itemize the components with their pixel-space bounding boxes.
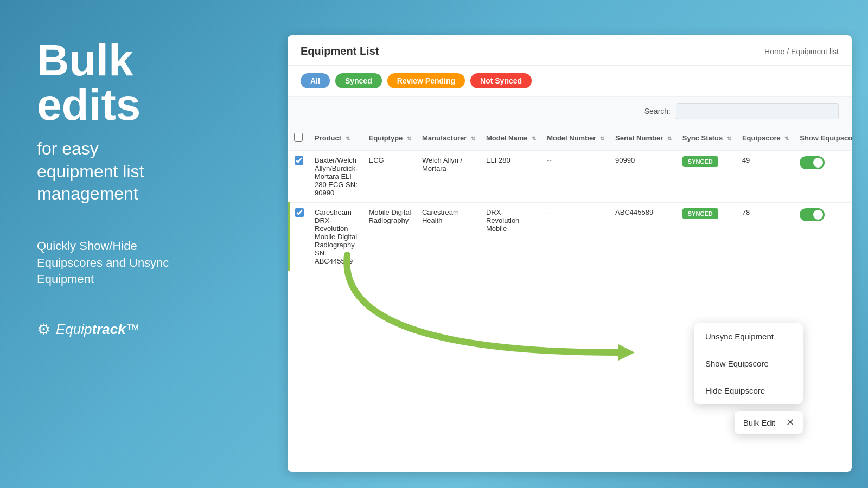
search-bar: Search: (288, 97, 852, 126)
row2-show-equipscore (794, 203, 852, 271)
row1-show-equipscore (794, 150, 852, 203)
sort-equipscore-icon[interactable]: ⇅ (784, 136, 789, 142)
row2-manufacturer: Carestream Health (417, 203, 481, 271)
col-equipscore: Equipscore ⇅ (737, 126, 794, 150)
breadcrumb-separator: / (787, 47, 791, 56)
breadcrumb: Home / Equipment list (764, 47, 839, 56)
row1-sync-status: SYNCED (677, 150, 737, 203)
sort-model-number-icon[interactable]: ⇅ (600, 136, 604, 142)
description: Quickly Show/HideEquipscores and UnsyncE… (37, 238, 254, 288)
row1-product: Baxter/Welch Allyn/Burdick-Mortara ELI 2… (309, 150, 363, 203)
row1-equipscore: 49 (737, 150, 794, 203)
row2-checkbox[interactable] (295, 208, 304, 217)
row1-serial-number: 90990 (610, 150, 677, 203)
table-container: Product ⇅ Equiptype ⇅ Manufacturer ⇅ Mod… (288, 126, 852, 271)
equipment-table: Product ⇅ Equiptype ⇅ Manufacturer ⇅ Mod… (288, 126, 852, 271)
sort-model-name-icon[interactable]: ⇅ (532, 136, 536, 142)
row2-synced-badge: SYNCED (682, 208, 718, 219)
row1-model-name: ELI 280 (481, 150, 541, 203)
row1-checkbox[interactable] (295, 156, 303, 165)
row2-model-number: -- (541, 203, 610, 271)
sort-sync-icon[interactable]: ⇅ (727, 136, 731, 142)
row2-serial-number: ABC445589 (610, 203, 677, 271)
brand-name: Equiptrack™ (56, 321, 140, 338)
table-row: Baxter/Welch Allyn/Burdick-Mortara ELI 2… (289, 150, 852, 203)
filter-synced-button[interactable]: Synced (335, 73, 382, 88)
row1-equiptype: ECG (363, 150, 416, 203)
dropdown-hide-equipscore-item[interactable]: Hide Equipscore (694, 377, 803, 404)
col-manufacturer: Manufacturer ⇅ (417, 126, 481, 150)
filter-not-synced-button[interactable]: Not Synced (470, 73, 532, 88)
row2-sync-status: SYNCED (677, 203, 737, 271)
col-product: Product ⇅ (309, 126, 363, 150)
brand: ⚙ Equiptrack™ (37, 320, 254, 338)
heading: Bulk edits (37, 38, 254, 127)
panel-header: Equipment List Home / Equipment list (288, 35, 852, 66)
row2-toggle[interactable] (800, 208, 825, 221)
col-equiptype: Equiptype ⇅ (363, 126, 416, 150)
sort-product-icon[interactable]: ⇅ (346, 136, 350, 142)
bulk-edit-bar: Bulk Edit ✕ (735, 411, 803, 434)
col-model-number: Model Number ⇅ (541, 126, 610, 150)
sort-manufacturer-icon[interactable]: ⇅ (471, 136, 475, 142)
main-panel: Equipment List Home / Equipment list All… (288, 35, 852, 472)
dropdown-show-equipscore-item[interactable]: Show Equipscore (694, 350, 803, 377)
row1-model-number: -- (541, 150, 610, 203)
sort-serial-icon[interactable]: ⇅ (667, 136, 672, 142)
row2-equipscore: 78 (737, 203, 794, 271)
filter-bar: All Synced Review Pending Not Synced (288, 66, 852, 97)
brand-logo-icon: ⚙ (37, 320, 50, 338)
left-panel: Bulk edits for easyequipment listmanagem… (37, 38, 254, 338)
bulk-edit-close-button[interactable]: ✕ (786, 416, 794, 428)
filter-review-button[interactable]: Review Pending (387, 73, 465, 88)
table-header-row: Product ⇅ Equiptype ⇅ Manufacturer ⇅ Mod… (289, 126, 852, 150)
row1-manufacturer: Welch Allyn / Mortara (417, 150, 481, 203)
row2-checkbox-cell (289, 203, 309, 271)
row1-synced-badge: SYNCED (682, 156, 718, 167)
search-input[interactable] (676, 103, 839, 119)
panel-title: Equipment List (301, 45, 379, 57)
breadcrumb-home[interactable]: Home (764, 47, 784, 56)
select-all-header (289, 126, 309, 150)
col-show-equipscore: Show Equipscore ⇅ (794, 126, 852, 150)
col-serial-number: Serial Number ⇅ (610, 126, 677, 150)
dropdown-menu: Unsync Equipment Show Equipscore Hide Eq… (694, 323, 803, 404)
row1-toggle[interactable] (800, 156, 825, 169)
filter-all-button[interactable]: All (301, 73, 330, 88)
search-label: Search: (644, 107, 671, 115)
subtitle: for easyequipment listmanagement (37, 138, 254, 206)
breadcrumb-current: Equipment list (791, 47, 839, 56)
sort-equiptype-icon[interactable]: ⇅ (407, 136, 411, 142)
row1-checkbox-cell (289, 150, 309, 203)
row2-model-name: DRX-Revolution Mobile (481, 203, 541, 271)
row2-equiptype: Mobile Digital Radiography (363, 203, 416, 271)
select-all-checkbox[interactable] (294, 133, 303, 142)
row2-product: Carestream DRX-Revolution Mobile Digital… (309, 203, 363, 271)
col-model-name: Model Name ⇅ (481, 126, 541, 150)
dropdown-unsync-item[interactable]: Unsync Equipment (694, 323, 803, 350)
bulk-edit-label: Bulk Edit (743, 418, 775, 427)
col-sync-status: Sync Status ⇅ (677, 126, 737, 150)
table-row: Carestream DRX-Revolution Mobile Digital… (289, 203, 852, 271)
